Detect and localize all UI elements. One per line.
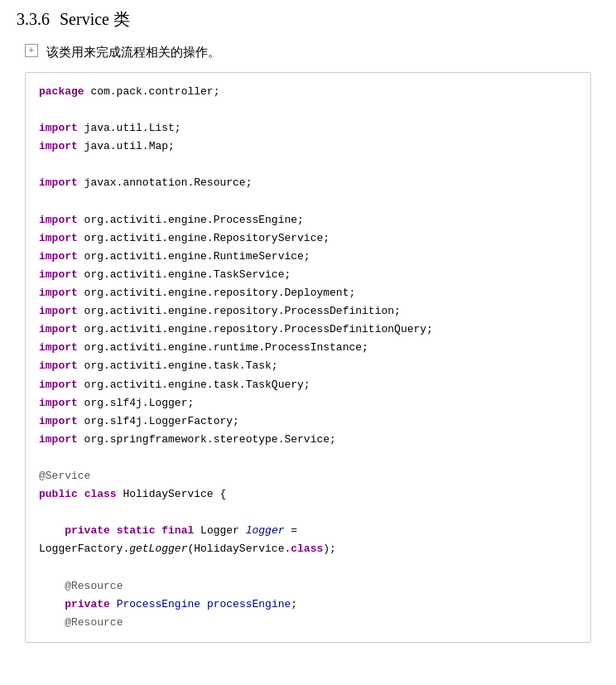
code-line-blank-3 [39,193,577,211]
expand-icon[interactable]: + [25,44,38,57]
code-line-import-12: import org.activiti.engine.task.Task; [39,357,577,375]
code-line-pe: private ProcessEngine processEngine; [39,596,577,614]
code-block: package com.pack.controller; import java… [25,72,591,643]
code-line-1: package com.pack.controller; [39,83,577,101]
code-line-import-1: import java.util.List; [39,119,577,137]
code-line-import-9: import org.activiti.engine.repository.Pr… [39,302,577,321]
section-heading: 3.3.6 Service 类 [17,8,599,31]
code-line-import-11: import org.activiti.engine.runtime.Proce… [39,339,577,357]
code-line-annotation: @Service [39,467,577,485]
code-line-import-6: import org.activiti.engine.RuntimeServic… [39,248,577,266]
code-line-logger-1: private static final Logger logger = [39,522,577,540]
page-container: 3.3.6 Service 类 + 该类用来完成流程相关的操作。 package… [0,0,616,651]
code-line-import-15: import org.slf4j.LoggerFactory; [39,412,577,431]
section-number: 3.3.6 [17,10,50,29]
code-line-import-5: import org.activiti.engine.RepositorySer… [39,229,577,248]
code-line-import-10: import org.activiti.engine.repository.Pr… [39,321,577,339]
code-line-resource-2: @Resource [39,614,577,632]
code-line-blank-4 [39,449,577,467]
code-line-import-8: import org.activiti.engine.repository.De… [39,284,577,302]
code-line-blank-6 [39,558,577,576]
code-line-import-2: import java.util.Map; [39,137,577,156]
code-line-import-7: import org.activiti.engine.TaskService; [39,266,577,284]
code-line-import-4: import org.activiti.engine.ProcessEngine… [39,211,577,229]
section-title: Service 类 [60,8,130,31]
code-line-import-16: import org.springframework.stereotype.Se… [39,431,577,449]
code-line-class: public class HolidayService { [39,485,577,504]
description-text: 该类用来完成流程相关的操作。 [46,42,220,62]
code-line-blank-5 [39,504,577,522]
code-line-import-3: import javax.annotation.Resource; [39,174,577,192]
description-row: + 该类用来完成流程相关的操作。 [17,42,599,62]
code-line-blank-2 [39,156,577,174]
code-line-import-14: import org.slf4j.Logger; [39,394,577,412]
code-line-blank-1 [39,101,577,119]
code-line-import-13: import org.activiti.engine.task.TaskQuer… [39,376,577,394]
code-line-logger-2: LoggerFactory.getLogger(HolidayService.c… [39,540,577,558]
code-line-resource-1: @Resource [39,577,577,596]
